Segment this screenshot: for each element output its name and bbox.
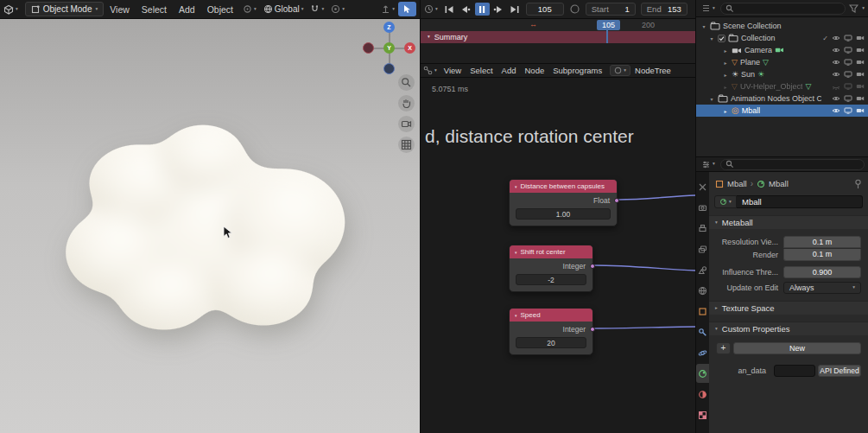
gizmo-axis-y[interactable]: Y xyxy=(383,42,395,54)
mode-dropdown[interactable]: Object Mode ▾ xyxy=(25,2,104,16)
node-menu-subprograms[interactable]: Subprograms xyxy=(548,66,606,75)
exclude-checkbox[interactable] xyxy=(718,35,725,42)
node-header[interactable]: ▾ Distance between capsules xyxy=(510,180,617,193)
hide-viewport-icon[interactable] xyxy=(832,35,840,41)
node-header[interactable]: ▾ Speed xyxy=(510,309,592,322)
tab-physics[interactable] xyxy=(696,343,709,362)
collapse-icon[interactable]: ▾ xyxy=(515,184,517,189)
output-socket[interactable] xyxy=(614,198,619,203)
viewport-3d[interactable]: Z X Y xyxy=(0,19,420,433)
expand-icon[interactable]: ▾ xyxy=(708,96,715,102)
gizmo-axis-neg-z[interactable] xyxy=(383,63,395,74)
panel-header-metaball[interactable]: ▾ Metaball xyxy=(709,215,868,229)
selectable-check-icon[interactable]: ✓ xyxy=(822,35,828,42)
nodetree-name[interactable]: NodeTree xyxy=(635,66,671,75)
frame-range-marker[interactable]: ↔ xyxy=(529,20,537,29)
pivot-point-button[interactable]: ▾ xyxy=(239,0,260,18)
active-tool-toggle[interactable] xyxy=(398,2,416,16)
tab-modifiers[interactable] xyxy=(696,322,709,341)
breadcrumb-object[interactable]: Mball xyxy=(727,179,747,188)
datablock-name-field[interactable]: Mball xyxy=(737,195,863,208)
node-distance-between-capsules[interactable]: ▾ Distance between capsules Float 1.00 xyxy=(509,179,618,226)
expand-icon[interactable]: ▸ xyxy=(722,108,729,114)
node-menu-select[interactable]: Select xyxy=(466,66,497,75)
node-editor-type-button[interactable]: ▾ xyxy=(421,64,440,77)
nodetree-browse-button[interactable]: ▾ xyxy=(610,65,630,76)
menu-view[interactable]: View xyxy=(104,4,136,15)
transform-orientation-button[interactable]: Global ▾ xyxy=(260,0,307,18)
disable-viewports-icon[interactable] xyxy=(844,71,852,78)
outliner-row-collection[interactable]: ▾ Collection ✓ xyxy=(696,32,868,44)
node-value-field[interactable]: -2 xyxy=(516,274,586,285)
tab-object-data[interactable] xyxy=(696,364,709,383)
start-frame-field[interactable]: Start 1 xyxy=(586,3,636,16)
disable-viewports-icon[interactable] xyxy=(844,35,852,41)
panel-header-texture-space[interactable]: ▸ Texture Space xyxy=(709,301,868,315)
timeline-ruler[interactable]: ↔ 105 200 xyxy=(420,19,695,31)
properties-editor-type-button[interactable]: ▾ xyxy=(700,157,717,171)
disable-render-icon[interactable] xyxy=(856,59,865,66)
hide-viewport-icon[interactable] xyxy=(832,47,840,54)
add-property-button[interactable]: + xyxy=(716,342,731,354)
disable-viewports-icon[interactable] xyxy=(844,59,852,66)
new-property-button[interactable]: New xyxy=(733,342,861,354)
orthographic-toggle-button[interactable] xyxy=(398,137,415,153)
disable-viewports-icon[interactable] xyxy=(844,47,852,54)
previous-keyframe-button[interactable] xyxy=(459,3,473,16)
influence-threshold-field[interactable]: 0.900 xyxy=(783,266,861,278)
expand-icon[interactable]: ▾ xyxy=(700,23,707,29)
camera-view-button[interactable] xyxy=(398,116,415,132)
metaball-browse-button[interactable]: ▾ xyxy=(714,195,737,208)
disable-render-icon[interactable] xyxy=(856,107,865,114)
pause-button[interactable] xyxy=(475,3,490,16)
node-speed[interactable]: ▾ Speed Integer 20 xyxy=(509,308,593,355)
collapse-icon[interactable]: ▾ xyxy=(515,250,517,255)
outliner-editor-type-button[interactable]: ▾ xyxy=(700,0,717,16)
node-value-field[interactable]: 1.00 xyxy=(516,208,611,220)
outliner-row-animation-nodes-container[interactable]: ▾ Animation Nodes Object Con... xyxy=(696,92,868,105)
node-shift-rot-center[interactable]: ▾ Shift rot center Integer -2 xyxy=(509,245,593,292)
properties-search-input[interactable] xyxy=(720,159,865,170)
disable-viewports-icon[interactable] xyxy=(844,107,852,114)
filter-icon[interactable] xyxy=(849,4,858,13)
playhead-line[interactable] xyxy=(606,29,608,43)
current-frame-chip[interactable]: 105 xyxy=(597,20,620,30)
jump-to-end-button[interactable] xyxy=(508,3,523,16)
custom-property-value-field[interactable] xyxy=(774,365,815,377)
tab-render[interactable] xyxy=(696,198,709,217)
api-defined-button[interactable]: API Defined xyxy=(818,365,861,377)
pan-button[interactable] xyxy=(398,95,415,111)
expand-icon[interactable]: ▸ xyxy=(722,72,729,78)
outliner-row-uv-helper-object[interactable]: ▸ ▽ UV-Helper_Object ▽ xyxy=(696,80,868,92)
gizmo-axis-x[interactable]: X xyxy=(404,42,415,54)
disable-viewports-icon[interactable] xyxy=(844,95,852,102)
summary-expand-icon[interactable]: ▾ xyxy=(428,35,430,40)
tab-tool[interactable] xyxy=(696,177,709,196)
collapse-icon[interactable]: ▾ xyxy=(515,313,517,318)
gizmo-axis-z[interactable]: Z xyxy=(383,22,395,33)
zoom-button[interactable] xyxy=(398,74,415,91)
menu-object[interactable]: Object xyxy=(201,4,239,15)
panel-header-custom-properties[interactable]: ▾ Custom Properties xyxy=(709,322,868,335)
node-editor-canvas[interactable]: 5.0751 ms d, distance rotation center ▾ … xyxy=(420,78,695,433)
summary-channel[interactable]: ▾ Summary xyxy=(420,31,695,43)
hide-viewport-icon[interactable] xyxy=(832,59,840,66)
outliner-row-camera[interactable]: ▸ Camera xyxy=(696,44,868,56)
outliner-row-sun[interactable]: ▸ ☀ Sun ☀ xyxy=(696,68,868,80)
hide-viewport-icon[interactable] xyxy=(832,95,840,102)
hide-viewport-icon[interactable] xyxy=(832,107,840,114)
timeline-editor-type-button[interactable]: ▾ xyxy=(421,0,441,18)
expand-icon[interactable]: ▸ xyxy=(722,48,729,54)
resolution-render-field[interactable]: 0.1 m xyxy=(783,249,861,261)
metaball-object[interactable] xyxy=(0,19,420,433)
outliner-row-plane[interactable]: ▸ ▽ Plane ▽ xyxy=(696,56,868,68)
gizmo-axis-neg-x[interactable] xyxy=(363,42,374,54)
menu-add[interactable]: Add xyxy=(173,4,201,15)
navigation-gizmo[interactable]: Z X Y xyxy=(362,21,417,76)
tab-object[interactable] xyxy=(696,302,709,321)
viewport-editor-type-button[interactable]: ▾ xyxy=(0,0,22,18)
node-header[interactable]: ▾ Shift rot center xyxy=(510,245,592,258)
hide-viewport-icon[interactable] xyxy=(832,71,840,78)
auto-keying-toggle[interactable] xyxy=(569,3,580,15)
breadcrumb-data[interactable]: Mball xyxy=(769,179,789,188)
